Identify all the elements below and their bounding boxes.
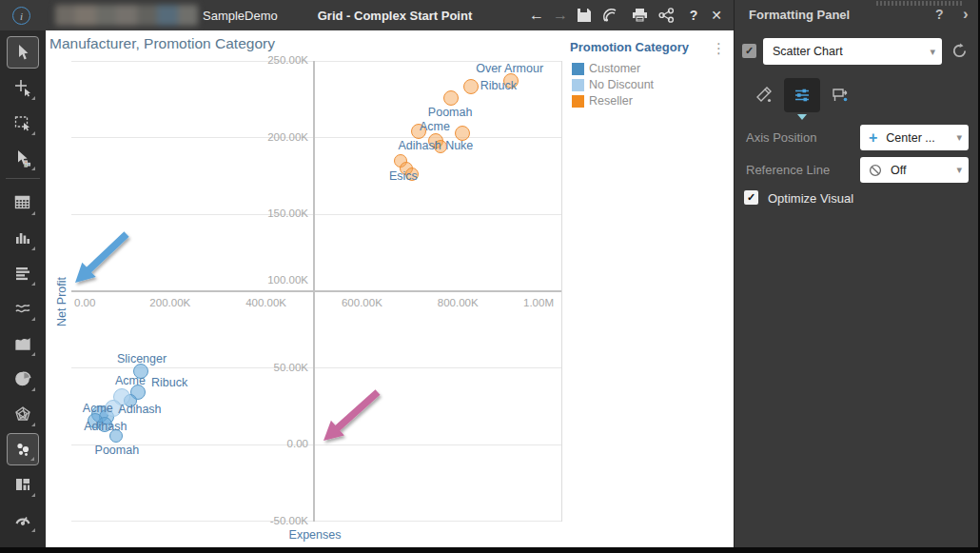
gridline <box>71 521 561 522</box>
y-tick-label: 0.00 <box>244 438 308 449</box>
reference-line-dropdown[interactable]: Off ▾ <box>860 157 969 183</box>
chart-type-value: Scatter Chart <box>773 45 923 58</box>
axis-position-label: Axis Position <box>746 130 816 145</box>
chart-type-dropdown[interactable]: Scatter Chart ▾ <box>763 38 942 65</box>
optimize-visual-checkbox[interactable]: ✓ <box>744 190 758 205</box>
x-tick-label: 600.00K <box>328 297 395 308</box>
scatter-point[interactable] <box>463 79 479 94</box>
scatter-point[interactable] <box>443 90 459 106</box>
tab-style[interactable] <box>748 80 780 110</box>
point-label: Adihash <box>84 420 127 433</box>
x-axis-title: Expenses <box>277 528 353 542</box>
formatting-panel: ✓ Scatter Chart ▾ Axis Position + Center… <box>734 30 980 547</box>
point-label: Ribuck <box>151 376 187 389</box>
x-tick-label: 800.00K <box>424 297 491 308</box>
y-tick-label: 100.00K <box>244 274 308 286</box>
y-tick-label: 250.00K <box>244 54 308 66</box>
y-tick-label: 200.00K <box>244 131 308 143</box>
plot-right-border <box>561 61 562 522</box>
point-label: Poomah <box>428 106 473 119</box>
point-label: Esics <box>389 169 418 183</box>
x-tick-label: 400.00K <box>233 297 300 308</box>
y-tick-label: -50.00K <box>244 515 308 526</box>
reference-line-label: Reference Line <box>746 163 830 177</box>
reference-line-value: Off <box>891 164 950 177</box>
point-label: Acme <box>420 120 450 133</box>
panel-drag-grip[interactable] <box>876 1 964 6</box>
tab-conditional-format[interactable] <box>824 80 856 110</box>
point-label: Poomah <box>95 444 140 457</box>
formatting-panel-header: Formatting Panel ? › <box>734 0 980 30</box>
axis-position-value: Center ... <box>886 131 950 145</box>
app-window: i SampleDemo Grid - Complex Start Point … <box>0 0 980 553</box>
chevron-down-icon: ▾ <box>930 46 935 58</box>
x-tick-label: 200.00K <box>137 297 204 308</box>
formatting-panel-title: Formatting Panel <box>749 8 850 22</box>
gridline <box>71 214 561 215</box>
point-label: Adihash <box>118 403 161 416</box>
point-label: Over Armour <box>476 62 543 75</box>
y-tick-label: 50.00K <box>244 362 308 373</box>
point-label: Acme <box>83 402 113 415</box>
optimize-visual-label: Optimize Visual <box>768 191 853 206</box>
x-axis-line <box>71 290 561 292</box>
off-icon <box>869 164 882 177</box>
y-tick-label: 150.00K <box>244 207 308 219</box>
chevron-down-icon: ▾ <box>956 131 962 144</box>
panel-collapse-button[interactable]: › <box>963 5 969 24</box>
point-label: Slicenger <box>117 352 167 365</box>
y-axis-line <box>313 61 315 522</box>
gridline <box>71 444 561 445</box>
axis-position-dropdown[interactable]: + Center ... ▾ <box>860 125 969 150</box>
window-bottom-border <box>0 547 980 553</box>
x-tick-label: 1.00M <box>487 297 554 308</box>
y-axis-title: Net Profit <box>55 273 69 330</box>
panel-help-button[interactable]: ? <box>935 7 944 22</box>
chart-type-checkbox[interactable]: ✓ <box>742 44 756 58</box>
point-label: Ribuck <box>480 79 517 92</box>
point-label: Adihash <box>398 139 441 152</box>
reset-button[interactable] <box>950 41 970 65</box>
active-tab-caret <box>797 114 807 120</box>
center-axis-icon: + <box>869 131 877 145</box>
tab-settings[interactable] <box>784 78 820 112</box>
x-tick-label: 0.00 <box>74 297 141 308</box>
gridline <box>71 137 561 138</box>
point-label: Nuke <box>445 139 473 152</box>
point-label: Acme <box>115 374 146 387</box>
chevron-down-icon: ▾ <box>956 164 962 176</box>
